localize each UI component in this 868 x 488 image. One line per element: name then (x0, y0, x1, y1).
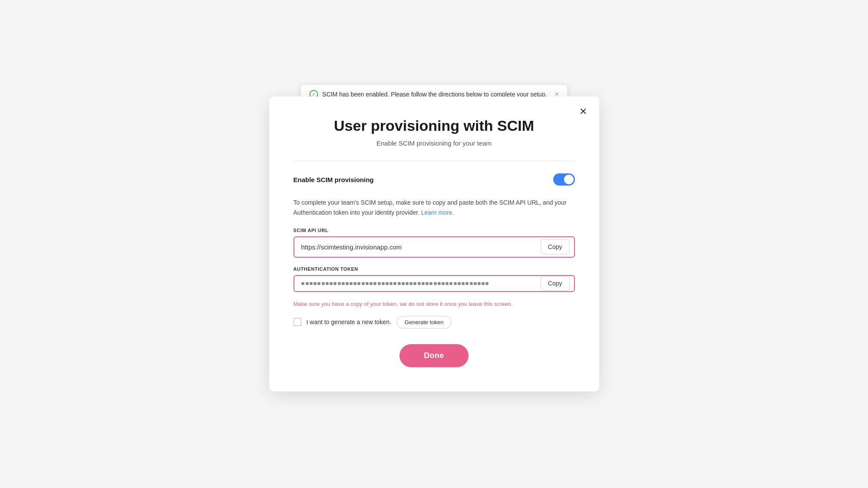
auth-token-masked (294, 276, 541, 291)
scim-url-input[interactable] (294, 237, 541, 257)
modal-close-button[interactable]: ✕ (576, 105, 591, 118)
done-button[interactable]: Done (399, 344, 468, 367)
token-dots-3 (322, 282, 337, 285)
warning-text: Make sure you have a copy of your token,… (294, 301, 575, 307)
auth-token-section: Authentication token (294, 266, 575, 292)
section-divider (294, 161, 575, 161)
auth-token-label: Authentication token (294, 266, 575, 272)
page-title: User provisioning with SCIM (294, 117, 575, 134)
toggle-row: Enable SCIM provisioning ✓ (294, 173, 575, 186)
token-dots-10 (454, 282, 469, 285)
token-dots-5 (362, 282, 376, 285)
learn-more-link[interactable]: Learn more. (421, 209, 454, 216)
token-dots-1 (301, 282, 304, 285)
token-dots-6 (378, 282, 396, 285)
token-dots-11 (470, 282, 488, 285)
auth-token-copy-button[interactable]: Copy (541, 276, 570, 291)
new-token-checkbox[interactable] (294, 318, 301, 326)
scim-url-copy-button[interactable]: Copy (541, 239, 570, 254)
description-text: To complete your team's SCIM setup, make… (294, 198, 575, 217)
token-dots-8 (418, 282, 432, 285)
toggle-slider (553, 173, 575, 186)
generate-token-button[interactable]: Generate token (396, 316, 452, 329)
toggle-label: Enable SCIM provisioning (294, 176, 374, 183)
token-dots-7 (398, 282, 416, 285)
token-dots-4 (338, 282, 360, 285)
scim-toggle[interactable]: ✓ (553, 173, 575, 186)
done-section: Done (294, 344, 575, 367)
auth-token-input-row: Copy (294, 275, 575, 292)
page-subtitle: Enable SCIM provisioning for your team (294, 139, 575, 147)
token-dots-2 (306, 282, 320, 285)
new-token-label: I want to generate a new token. (307, 319, 391, 325)
modal-container: ✕ User provisioning with SCIM Enable SCI… (269, 96, 599, 392)
scim-url-section: SCIM API URL Copy (294, 228, 575, 258)
scim-url-label: SCIM API URL (294, 228, 575, 233)
scim-url-input-row: Copy (294, 236, 575, 258)
token-dots-9 (434, 282, 452, 285)
new-token-row: I want to generate a new token. Generate… (294, 316, 575, 329)
